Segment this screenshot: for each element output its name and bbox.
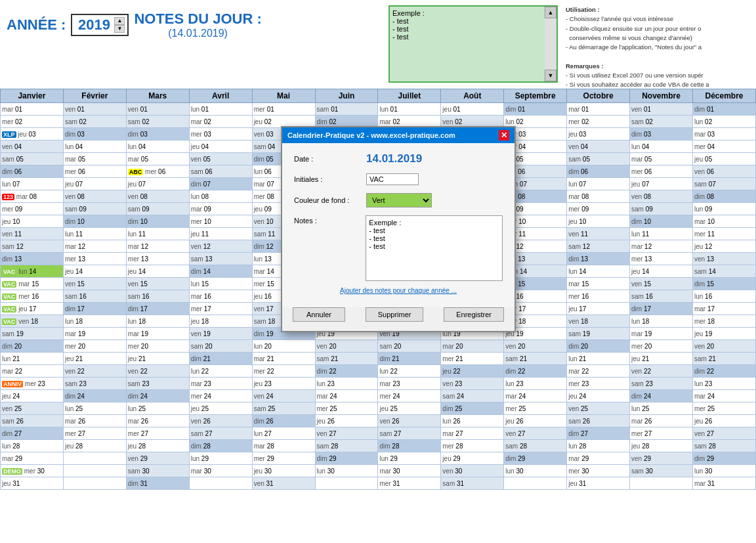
modal-title: Calendrier-Pratique v2 - www.excel-prati… [287, 131, 455, 139]
modal-add-notes-link[interactable]: Ajouter des notes pour chaque année ... [340, 287, 457, 294]
modal-titlebar: Calendrier-Pratique v2 - www.excel-prati… [282, 127, 514, 143]
modal-body: Date : 14.01.2019 Initiales : Couleur de… [282, 143, 514, 307]
modal-dialog: Calendrier-Pratique v2 - www.excel-prati… [281, 126, 516, 332]
modal-initiales-label: Initiales : [294, 175, 366, 183]
modal-notes-label: Notes : [294, 217, 366, 225]
modal-date-value: 14.01.2019 [366, 152, 422, 165]
modal-buttons: Annuler Supprimer Enregistrer [282, 307, 514, 331]
modal-annuler-button[interactable]: Annuler [293, 307, 345, 322]
modal-notes-row: Notes : Exemple : - test - test - test [294, 215, 503, 281]
modal-overlay: Calendrier-Pratique v2 - www.excel-prati… [0, 0, 756, 543]
modal-couleur-select[interactable]: Vert Bleu Rouge Jaune Orange Aucune [366, 193, 432, 207]
modal-initiales-row: Initiales : [294, 173, 503, 185]
modal-couleur-select-wrapper: Vert Bleu Rouge Jaune Orange Aucune [366, 193, 432, 207]
modal-notes-textarea[interactable]: Exemple : - test - test - test [366, 215, 503, 281]
modal-close-button[interactable]: ✕ [499, 130, 509, 141]
modal-date-label: Date : [294, 155, 366, 163]
modal-enregistrer-button[interactable]: Enregistrer [444, 307, 504, 322]
modal-couleur-row: Couleur de fond : Vert Bleu Rouge Jaune … [294, 193, 503, 207]
modal-couleur-label: Couleur de fond : [294, 196, 366, 204]
modal-supprimer-button[interactable]: Supprimer [366, 307, 424, 322]
modal-initiales-input[interactable] [366, 173, 419, 185]
modal-date-row: Date : 14.01.2019 [294, 152, 503, 165]
